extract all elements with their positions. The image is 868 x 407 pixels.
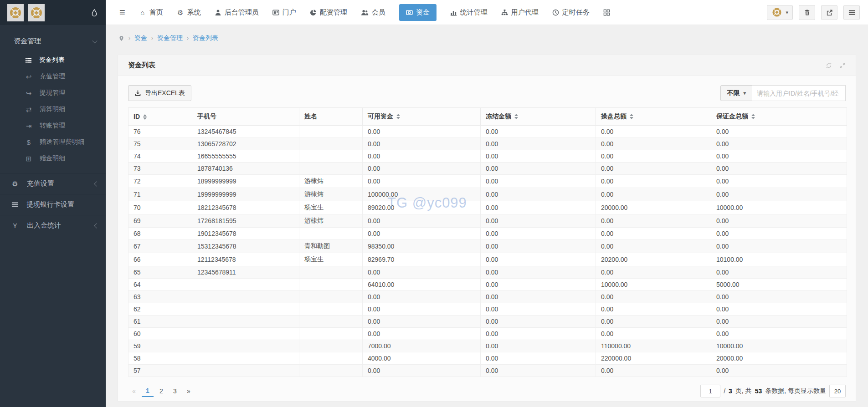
sort-icon[interactable] bbox=[630, 114, 633, 119]
cell-phone: 18212345678 bbox=[192, 201, 299, 214]
nav-item-scheduled-tasks[interactable]: 定时任务 bbox=[552, 8, 590, 17]
table-row[interactable]: 64 64010.00 0.00 10000.00 5000.00 bbox=[128, 279, 847, 291]
funds-list-panel: 资金列表 导出EXCEL表 不限 ▾ bbox=[118, 55, 856, 402]
table-row[interactable]: 67 15312345678 青和勒图 98350.00 0.00 0.00 0… bbox=[128, 240, 847, 253]
table-row[interactable]: 59 7000.00 0.00 110000.00 10000.00 bbox=[128, 340, 847, 352]
table-row[interactable]: 76 13245467845 0.00 0.00 0.00 0.00 bbox=[128, 126, 847, 138]
table-row[interactable]: 66 12112345678 杨宝生 82969.70 0.00 20200.0… bbox=[128, 253, 847, 266]
sidebar-section-inout-stats[interactable]: ¥ 出入金统计 bbox=[0, 215, 106, 236]
cell-id: 70 bbox=[128, 201, 192, 214]
users-icon bbox=[361, 9, 369, 16]
sidebar-item-label: 充值管理 bbox=[40, 72, 65, 81]
sidebar-item-recharge-mgmt[interactable]: ↩ 充值管理 bbox=[0, 68, 106, 85]
cell-frozen-amount: 0.00 bbox=[481, 340, 596, 352]
nav-item-system[interactable]: ⚙ 系统 bbox=[177, 8, 201, 17]
nav-item-label: 系统 bbox=[187, 8, 201, 17]
sidebar-section-label: 资金管理 bbox=[14, 37, 41, 46]
filter-dropdown-button[interactable]: 不限 ▾ bbox=[720, 85, 752, 101]
column-header-id[interactable]: ID bbox=[128, 108, 192, 126]
column-header-margin-total[interactable]: 保证金总额 bbox=[711, 108, 847, 126]
pager-page-2[interactable]: 2 bbox=[155, 386, 167, 397]
column-header-available-funds[interactable]: 可用资金 bbox=[363, 108, 481, 126]
sidebar-item-gift-fee-detail[interactable]: $ 赠送管理费明细 bbox=[0, 134, 106, 150]
nav-item-statistics[interactable]: 统计管理 bbox=[450, 8, 488, 17]
table-row[interactable]: 70 18212345678 杨宝生 89020.00 0.00 20000.0… bbox=[128, 201, 847, 214]
breadcrumb-link-funds[interactable]: 资金 bbox=[134, 34, 147, 42]
sidebar-item-bonus-detail[interactable]: ⊞ 赠金明细 bbox=[0, 150, 106, 167]
nav-item-user-agents[interactable]: 用户代理 bbox=[501, 8, 539, 17]
sort-icon[interactable] bbox=[514, 114, 518, 119]
page-size-input[interactable] bbox=[829, 385, 846, 397]
table-row[interactable]: 69 17268181595 游棣炜 0.00 0.00 0.00 0.00 bbox=[128, 214, 847, 228]
sidebar-section-withdraw-bankcard-settings[interactable]: 提现银行卡设置 bbox=[0, 194, 106, 215]
avatar-dropdown-button[interactable]: ▾ bbox=[767, 5, 793, 20]
cell-margin-total: 5000.00 bbox=[711, 279, 847, 291]
chevron-left-icon bbox=[94, 223, 99, 228]
table-row[interactable]: 71 19999999999 游棣炜 100000.00 0.00 0.00 0… bbox=[128, 188, 847, 201]
cell-frozen-amount: 0.00 bbox=[481, 214, 596, 228]
table-row[interactable]: 58 4000.00 0.00 220000.00 20000.00 bbox=[128, 352, 847, 365]
nav-item-funds[interactable]: 资金 bbox=[399, 4, 437, 21]
sidebar-item-funds-list[interactable]: 资金列表 bbox=[0, 52, 106, 68]
external-link-button[interactable] bbox=[821, 5, 837, 20]
cell-id: 59 bbox=[128, 340, 192, 352]
cell-available-funds: 0.00 bbox=[363, 138, 481, 150]
column-header-frozen-amount[interactable]: 冻结金额 bbox=[481, 108, 596, 126]
nav-item-members[interactable]: 会员 bbox=[361, 8, 385, 17]
table-row[interactable]: 75 13065728702 0.00 0.00 0.00 0.00 bbox=[128, 138, 847, 150]
column-header-trading-total[interactable]: 操盘总额 bbox=[596, 108, 711, 126]
table-row[interactable]: 68 19012345678 0.00 0.00 0.00 0.00 bbox=[128, 228, 847, 240]
cell-available-funds: 98350.00 bbox=[363, 240, 481, 253]
cell-available-funds: 64010.00 bbox=[363, 279, 481, 291]
gear-icon: ⚙ bbox=[177, 9, 184, 16]
cell-margin-total: 10000.00 bbox=[711, 340, 847, 352]
nav-item-allocation[interactable]: 配资管理 bbox=[310, 8, 347, 17]
table-row[interactable]: 60 0.00 0.00 0.00 0.00 bbox=[128, 328, 847, 340]
sidebar-section-recharge-settings[interactable]: ⚙ 充值设置 bbox=[0, 173, 106, 194]
sort-icon[interactable] bbox=[143, 114, 147, 120]
sort-icon[interactable] bbox=[396, 114, 400, 119]
nav-item-home[interactable]: ⌂ 首页 bbox=[139, 8, 163, 17]
refresh-icon[interactable] bbox=[826, 62, 832, 69]
sidebar-item-transfer-mgmt[interactable]: ⇥ 转账管理 bbox=[0, 117, 106, 134]
trash-button[interactable] bbox=[799, 5, 815, 20]
list-menu-button[interactable] bbox=[843, 5, 860, 20]
sort-icon[interactable] bbox=[751, 114, 755, 119]
sidebar-section-funds[interactable]: 资金管理 bbox=[0, 25, 106, 52]
cell-margin-total: 0.00 bbox=[711, 303, 847, 315]
table-row[interactable]: 61 0.00 0.00 0.00 0.00 bbox=[128, 315, 847, 328]
grid-menu-icon[interactable] bbox=[603, 9, 610, 16]
search-input[interactable] bbox=[752, 85, 846, 101]
cell-margin-total: 0.00 bbox=[711, 291, 847, 303]
hamburger-icon[interactable]: ≡ bbox=[119, 7, 125, 17]
pager-next[interactable]: » bbox=[183, 386, 195, 397]
breadcrumb-link-funds-list[interactable]: 资金列表 bbox=[193, 34, 218, 42]
table-row[interactable]: 57 0.00 0.00 0.00 0.00 bbox=[128, 365, 847, 377]
table-row[interactable]: 72 18999999999 游棣炜 0.00 0.00 0.00 0.00 bbox=[128, 175, 847, 188]
sidebar-item-settlement-detail[interactable]: ⇄ 清算明细 bbox=[0, 101, 106, 117]
cell-name bbox=[299, 328, 363, 340]
pager-page-1[interactable]: 1 bbox=[142, 385, 154, 397]
cell-available-funds: 100000.00 bbox=[363, 188, 481, 201]
cell-name: 杨宝生 bbox=[299, 253, 363, 266]
page-number-input[interactable] bbox=[700, 385, 720, 397]
cell-id: 76 bbox=[128, 126, 192, 138]
table-row[interactable]: 74 16655555555 0.00 0.00 0.00 0.00 bbox=[128, 150, 847, 163]
table-row[interactable]: 62 0.00 0.00 0.00 0.00 bbox=[128, 303, 847, 315]
nav-item-portal[interactable]: 门户 bbox=[272, 8, 296, 17]
cell-margin-total: 0.00 bbox=[711, 240, 847, 253]
table-row[interactable]: 63 0.00 0.00 0.00 0.00 bbox=[128, 291, 847, 303]
nav-item-admins[interactable]: 后台管理员 bbox=[215, 8, 259, 17]
pager-page-3[interactable]: 3 bbox=[169, 386, 181, 397]
cell-trading-total: 0.00 bbox=[596, 240, 711, 253]
pager-prev[interactable]: « bbox=[128, 386, 140, 397]
cell-margin-total: 0.00 bbox=[711, 150, 847, 163]
table-row[interactable]: 65 12345678911 0.00 0.00 0.00 0.00 bbox=[128, 266, 847, 279]
table-row[interactable]: 73 1878740136 0.00 0.00 0.00 0.00 bbox=[128, 163, 847, 175]
expand-icon[interactable] bbox=[839, 62, 846, 69]
cell-margin-total: 20000.00 bbox=[711, 352, 847, 365]
cell-name: 游棣炜 bbox=[299, 214, 363, 228]
export-excel-button[interactable]: 导出EXCEL表 bbox=[128, 85, 191, 101]
sidebar-item-withdraw-mgmt[interactable]: ↪ 提现管理 bbox=[0, 85, 106, 101]
breadcrumb-link-funds-mgmt[interactable]: 资金管理 bbox=[157, 34, 183, 42]
